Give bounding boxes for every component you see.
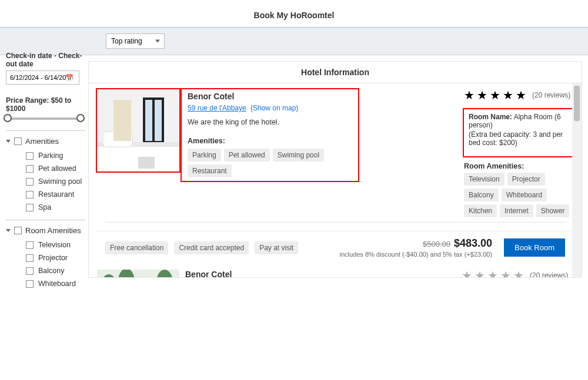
checkbox-amenities-all[interactable] <box>14 137 22 145</box>
checkbox[interactable] <box>26 178 34 186</box>
room-amenities-tags: TelevisionProjectorBalconyWhiteboardKitc… <box>464 173 573 217</box>
hotel-address-link[interactable]: 59 rue de l'Abbaye <box>188 104 246 112</box>
chevron-down-icon <box>6 229 11 232</box>
sort-select[interactable]: Top rating <box>106 33 165 49</box>
facet-item[interactable]: Parking <box>6 149 85 162</box>
svg-rect-2 <box>145 100 152 141</box>
price-block: $500.00$483.00 includes 8% discount (-$4… <box>340 237 493 258</box>
date-input[interactable] <box>6 70 79 85</box>
room-amenities-label: Room Amenities: <box>464 162 573 170</box>
facet-item[interactable]: Spa <box>6 201 85 214</box>
star-icon: ★ <box>500 270 511 277</box>
room-name: Room Name: Alpha Room (6 person) <box>469 113 569 129</box>
room-amenity-tag: Whiteboard <box>502 189 547 201</box>
sidebar: Check-in date - Check-out date 📅 Price R… <box>0 47 91 278</box>
facet-item[interactable]: Television <box>6 238 85 251</box>
price-sub: includes 8% discount (-$40.00) and 5% ta… <box>340 251 493 258</box>
hotel-card: Benor Cotel 59 rue de l'Abbaye (Show on … <box>89 264 582 277</box>
review-count: (20 reviews) <box>532 91 570 99</box>
slider-max-thumb[interactable] <box>76 114 85 122</box>
facet-amenities: Amenities ParkingPet allowedSwiming pool… <box>6 137 85 214</box>
slider-min-thumb[interactable] <box>4 114 12 122</box>
facet-item[interactable]: Projector <box>6 251 85 264</box>
price-slider[interactable] <box>6 117 82 120</box>
room-amenity-tag: Internet <box>500 204 533 217</box>
chevron-down-icon <box>6 140 11 143</box>
facet-header-room-amenities[interactable]: Room Amenities <box>6 226 85 235</box>
room-amenity-tag: Television <box>464 173 505 186</box>
facet-item-label: Spa <box>38 203 51 211</box>
hotel-name: Benor Cotel <box>188 92 355 101</box>
checkbox-room-amenities-all[interactable] <box>14 227 22 234</box>
facet-item[interactable]: Pet allowed <box>6 162 85 175</box>
book-room-button[interactable]: Book Room <box>504 238 565 257</box>
amenities-tags: ParkingPet allowedSwiming poolRestaurant <box>188 149 355 177</box>
facet-item[interactable]: Whiteboard <box>6 277 85 278</box>
facet-title: Amenities <box>25 137 59 146</box>
rating: ★★★★★(20 reviews) <box>464 89 573 101</box>
star-icon: ★ <box>475 270 485 277</box>
scrollbar-thumb[interactable] <box>574 86 580 121</box>
policies: Free cancellationCredit card acceptedPay… <box>105 241 298 254</box>
checkbox[interactable] <box>26 254 34 262</box>
star-icon: ★ <box>503 89 513 101</box>
facet-item[interactable]: Restaurant <box>6 188 85 201</box>
facet-item-label: Balcony <box>38 267 64 275</box>
facet-item-label: Restaurant <box>38 190 74 199</box>
checkbox[interactable] <box>26 267 34 275</box>
card-footer: Free cancellationCredit card acceptedPay… <box>97 231 573 264</box>
checkbox[interactable] <box>26 241 34 249</box>
review-count: (20 reviews) <box>530 271 568 277</box>
facet-header-amenities[interactable]: Amenities <box>6 137 85 146</box>
room-amenity-tag: Kitchen <box>464 204 497 217</box>
amenity-tag: Swiming pool <box>273 149 324 162</box>
old-price: $500.00 <box>423 240 450 248</box>
facet-item-label: Parking <box>38 152 63 160</box>
room-amenity-tag: Balcony <box>464 189 499 201</box>
checkbox[interactable] <box>26 165 34 173</box>
policy-tag: Pay at visit <box>255 241 298 254</box>
star-icon: ★ <box>513 270 524 277</box>
checkbox[interactable] <box>26 191 34 199</box>
extra-bed-info: (Extra bed capacity: 3 and per bed cost:… <box>469 130 569 147</box>
app-title: Book My HoRoomtel <box>0 0 588 27</box>
date-label: Check-in date - Check-out date <box>6 52 85 68</box>
star-icon: ★ <box>464 89 475 101</box>
hotel-summary: Benor Cotel 59 rue de l'Abbaye (Show on … <box>179 270 356 277</box>
star-icon: ★ <box>487 270 498 277</box>
checkbox[interactable] <box>26 204 34 211</box>
policy-tag: Free cancellation <box>105 241 168 254</box>
star-icon: ★ <box>516 89 526 101</box>
facet-item-label: Projector <box>38 254 68 262</box>
room-amenity-tag: Shower <box>536 204 570 217</box>
amenity-tag: Restaurant <box>188 164 232 177</box>
facet-item-label: Television <box>38 241 71 249</box>
hotel-summary: Benor Cotel 59 rue de l'Abbaye (Show on … <box>182 89 358 181</box>
facet-item[interactable]: Swiming pool <box>6 175 85 188</box>
amenity-tag: Pet allowed <box>224 149 270 162</box>
star-icon: ★ <box>462 270 472 277</box>
hotel-card: Benor Cotel 59 rue de l'Abbaye (Show on … <box>89 83 582 264</box>
facet-item[interactable]: Balcony <box>6 264 85 277</box>
svg-rect-3 <box>155 100 162 141</box>
star-icon: ★ <box>490 89 500 101</box>
hotel-motto: We are the king of the hotel. <box>188 118 355 126</box>
svg-rect-7 <box>113 100 131 141</box>
facet-item-label: Swiming pool <box>38 177 82 186</box>
results: Benor Cotel 59 rue de l'Abbaye (Show on … <box>88 83 582 278</box>
checkbox[interactable] <box>26 152 34 160</box>
room-amenity-tag: Projector <box>507 173 545 186</box>
policy-tag: Credit card accepted <box>174 241 249 254</box>
hotel-thumbnail[interactable] <box>97 89 179 171</box>
amenity-tag: Parking <box>188 149 221 162</box>
scrollbar[interactable] <box>572 83 582 277</box>
facet-item-label: Pet allowed <box>38 164 76 173</box>
hotel-thumbnail[interactable] <box>97 270 179 277</box>
section-header: Hotel Information <box>88 61 582 83</box>
show-on-map-link[interactable]: (Show on map) <box>250 104 298 112</box>
new-price: $483.00 <box>454 237 492 249</box>
hotel-room-col: ★★★★★(20 reviews) Room Name: Alpha Room … <box>358 89 573 217</box>
amenities-label: Amenities: <box>188 137 355 145</box>
hotel-room-col: ★★★★★(20 reviews) Room Name: Beta Room (… <box>356 270 573 277</box>
svg-rect-8 <box>138 157 155 169</box>
